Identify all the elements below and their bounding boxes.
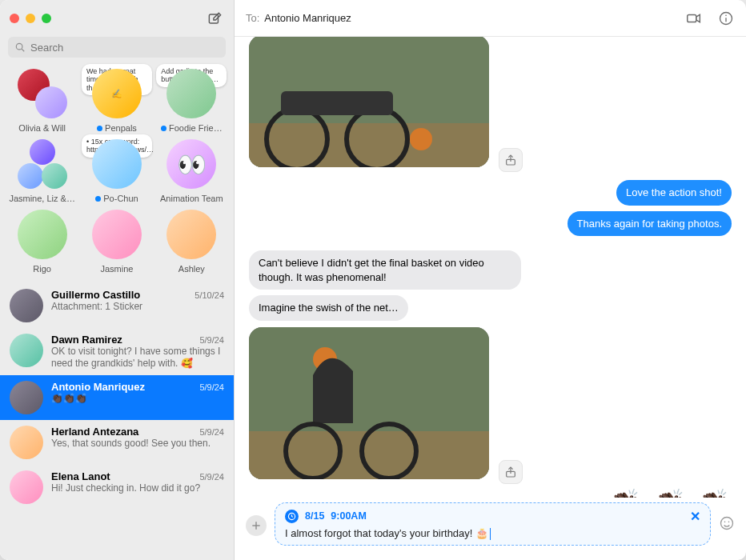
- avatar: [10, 334, 43, 367]
- conversation-name: Antonio Manriquez: [51, 381, 145, 393]
- conversation-header: To: Antonio Manriquez: [235, 0, 746, 37]
- conversation-row[interactable]: Antonio Manriquez5/9/24 👏🏿👏🏿👏🏿: [0, 375, 234, 420]
- conversation-preview: Attachment: 1 Sticker: [51, 301, 224, 313]
- received-message[interactable]: Imagine the swish of the net…: [249, 295, 408, 321]
- close-window-button[interactable]: [10, 14, 19, 23]
- sent-message[interactable]: Thanks again for taking photos.: [568, 211, 732, 237]
- received-image-2[interactable]: [249, 327, 489, 482]
- share-icon: [504, 466, 517, 478]
- conversation-date: 5/9/24: [199, 335, 224, 345]
- svg-rect-1: [688, 14, 696, 22]
- received-message[interactable]: Can't believe I didn't get the final bas…: [249, 250, 521, 290]
- schedule-time[interactable]: 9:00AM: [331, 510, 366, 522]
- composer: 8/15 9:00AM ✕ I almost forgot that today…: [235, 498, 746, 560]
- svg-point-22: [724, 522, 726, 523]
- conversation-date: 5/9/24: [199, 472, 224, 482]
- smiley-icon: [719, 515, 735, 531]
- video-icon: [685, 10, 703, 27]
- conversation-row[interactable]: Herland Antezana5/9/24 Yes, that sounds …: [0, 420, 234, 465]
- pin-label: Animation Team: [160, 194, 223, 203]
- conversation-date: 5/9/24: [199, 427, 224, 437]
- minimize-window-button[interactable]: [26, 14, 35, 23]
- avatar: [10, 470, 43, 504]
- pin-label: Jasmine, Liz &…: [9, 194, 75, 203]
- conversation-row[interactable]: Guillermo Castillo5/10/24 Attachment: 1 …: [0, 283, 234, 328]
- pinned-grid: Olivia & Will We had a great time. Home …: [0, 64, 234, 283]
- conversation-date: 5/9/24: [199, 382, 224, 392]
- cancel-schedule-button[interactable]: ✕: [690, 509, 700, 524]
- conversation-row[interactable]: Elena Lanot5/9/24 Hi! Just checking in. …: [0, 465, 234, 510]
- avatar: [18, 210, 67, 259]
- pin-jasmine-liz[interactable]: Jasmine, Liz &…: [5, 136, 79, 206]
- avatar: [18, 69, 67, 118]
- conversation-preview: Yes, that sounds good! See you then.: [51, 438, 224, 450]
- avatar: [166, 69, 216, 118]
- pin-label: Jasmine: [101, 264, 134, 274]
- facetime-button[interactable]: [685, 10, 703, 27]
- unread-dot-icon: [95, 196, 101, 202]
- conversation-name: Dawn Ramirez: [51, 334, 122, 346]
- conversation-pane: To: Antonio Manriquez: [235, 0, 746, 560]
- search-wrap: [0, 37, 234, 64]
- sent-message[interactable]: Love the action shot!: [616, 180, 732, 206]
- svg-point-4: [725, 14, 727, 16]
- pin-penpals[interactable]: We had a great time. Home with th… ✍️ Pe…: [79, 66, 154, 136]
- pin-animation-team[interactable]: 👀 Animation Team: [154, 136, 229, 206]
- avatar: 👀: [166, 139, 216, 189]
- scheduled-message-bubble[interactable]: 8/15 9:00AM ✕ I almost forgot that today…: [275, 502, 711, 546]
- avatar: [92, 210, 142, 259]
- pin-ashley[interactable]: Ashley: [154, 206, 229, 277]
- conversation-date: 5/10/24: [195, 290, 224, 300]
- search-input[interactable]: [8, 37, 226, 58]
- compose-icon: [207, 11, 223, 26]
- pin-foodie-friends[interactable]: Add garlic to the butter, and then… Food…: [154, 66, 229, 136]
- pin-rigo[interactable]: Rigo: [5, 206, 79, 277]
- schedule-date[interactable]: 8/15: [305, 510, 324, 522]
- zoom-window-button[interactable]: [42, 14, 51, 23]
- conversation-row[interactable]: Dawn Ramirez5/9/24 OK to visit tonight? …: [0, 328, 234, 375]
- emoji-picker-button[interactable]: [719, 515, 735, 535]
- clock-icon: [285, 510, 299, 523]
- attachment-share-button[interactable]: [499, 148, 523, 172]
- conversation-preview: Hi! Just checking in. How did it go?: [51, 482, 224, 494]
- conversation-preview: 👏🏿👏🏿👏🏿: [51, 393, 224, 405]
- message-thread[interactable]: Love the action shot! Thanks again for t…: [235, 37, 746, 498]
- avatar: ✍️: [92, 69, 142, 118]
- traffic-lights: [10, 14, 51, 23]
- avatar: [166, 210, 216, 259]
- to-name: Antonio Manriquez: [264, 12, 351, 24]
- conversation-name: Herland Antezana: [51, 426, 138, 438]
- pin-jasmine[interactable]: Jasmine: [79, 206, 154, 277]
- svg-rect-9: [281, 91, 393, 115]
- pin-label: Olivia & Will: [18, 123, 66, 133]
- unread-dot-icon: [161, 126, 166, 131]
- svg-point-10: [410, 128, 432, 150]
- avatar: [18, 139, 67, 189]
- window-titlebar: [0, 0, 234, 37]
- received-image-1[interactable]: [249, 37, 489, 170]
- to-label: To:: [246, 12, 259, 24]
- pin-label: Ashley: [178, 264, 205, 274]
- info-icon: [718, 10, 734, 26]
- sent-emoji-message[interactable]: 👏🏿 👏🏿 👏🏿: [608, 487, 732, 498]
- text-caret: [490, 528, 491, 540]
- pin-label: Foodie Frie…: [169, 123, 223, 133]
- avatar: [92, 139, 142, 189]
- pin-po-chun[interactable]: 15x crossword: https://apple.news/… Po-C…: [79, 136, 154, 206]
- attachment-share-button[interactable]: [499, 460, 523, 484]
- sidebar: Olivia & Will We had a great time. Home …: [0, 0, 235, 560]
- pin-label: Penpals: [105, 123, 137, 133]
- unread-dot-icon: [97, 126, 102, 131]
- apps-button[interactable]: [246, 515, 267, 536]
- pin-olivia-will[interactable]: Olivia & Will: [5, 66, 79, 136]
- conversation-list[interactable]: Guillermo Castillo5/10/24 Attachment: 1 …: [0, 283, 234, 560]
- plus-icon: [251, 520, 262, 531]
- pin-label: Rigo: [33, 264, 51, 274]
- details-button[interactable]: [717, 10, 735, 27]
- conversation-name: Guillermo Castillo: [51, 289, 140, 301]
- pin-label: Po-Chun: [103, 194, 138, 203]
- svg-rect-6: [249, 123, 489, 167]
- message-input[interactable]: I almost forgot that today's your birthd…: [285, 527, 700, 540]
- compose-button[interactable]: [205, 9, 224, 28]
- avatar: [10, 426, 43, 459]
